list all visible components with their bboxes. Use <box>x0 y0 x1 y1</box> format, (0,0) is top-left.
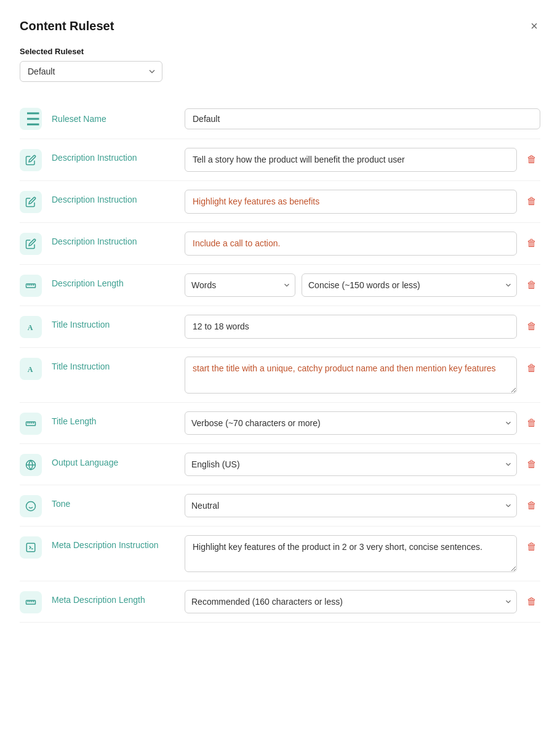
smile-icon <box>25 501 36 512</box>
letter-a-icon-wrap-1: A <box>20 316 42 338</box>
tone-content: Neutral Formal Casual Enthusiastic 🗑 <box>185 494 540 517</box>
content-ruleset-panel: Content Ruleset × Selected Ruleset Defau… <box>0 0 560 640</box>
output-language-content: English (US) English (UK) French German … <box>185 453 540 476</box>
ruleset-name-input[interactable] <box>185 108 540 129</box>
title-length-select[interactable]: Verbose (~70 characters or more) Standar… <box>185 411 517 435</box>
pencil-icon <box>25 238 36 249</box>
title-instruction-1-content: 🗑 <box>185 315 540 339</box>
meta-desc-instruction-delete[interactable]: 🗑 <box>523 539 540 555</box>
output-language-select[interactable]: English (US) English (UK) French German … <box>185 453 517 476</box>
svg-text:A: A <box>28 323 33 332</box>
title-instruction-1-label: Title Instruction <box>52 315 175 329</box>
ruler-icon-wrap-3 <box>20 591 42 613</box>
ruleset-select[interactable]: Default <box>20 61 162 82</box>
desc-instruction-1-row: Description Instruction 🗑 <box>20 139 540 181</box>
desc-instruction-1-delete[interactable]: 🗑 <box>523 151 540 168</box>
desc-instruction-3-delete[interactable]: 🗑 <box>523 235 540 251</box>
panel-header: Content Ruleset × <box>20 17 540 34</box>
desc-instruction-2-label: Description Instruction <box>52 190 175 204</box>
meta-icon <box>25 542 36 553</box>
meta-desc-length-delete[interactable]: 🗑 <box>523 594 540 610</box>
tone-label: Tone <box>52 494 175 509</box>
desc-length-delete[interactable]: 🗑 <box>523 277 540 293</box>
pencil-icon <box>25 155 36 166</box>
svg-text:A: A <box>28 365 33 374</box>
desc-instruction-1-input[interactable] <box>185 148 517 172</box>
title-instruction-2-content: start the title with a unique, catchy pr… <box>185 357 540 394</box>
title-instruction-1-delete[interactable]: 🗑 <box>523 318 540 334</box>
ruleset-name-row: Ruleset Name <box>20 99 540 139</box>
desc-length-selects: Words Characters Sentences Concise (~150… <box>185 273 517 297</box>
desc-instruction-3-input[interactable] <box>185 232 517 256</box>
output-language-label: Output Language <box>52 453 175 467</box>
meta-desc-instruction-input[interactable]: Highlight key features of the product in… <box>185 535 517 572</box>
letter-a-icon: A <box>25 363 36 374</box>
meta-desc-length-label: Meta Description Length <box>52 590 175 605</box>
title-length-delete[interactable]: 🗑 <box>523 415 540 431</box>
title-instruction-2-delete[interactable]: 🗑 <box>523 360 540 376</box>
desc-instruction-2-input[interactable] <box>185 190 517 214</box>
desc-instruction-2-content: 🗑 <box>185 190 540 214</box>
smile-icon-wrap <box>20 495 42 517</box>
list-icon-wrap <box>20 108 42 130</box>
pencil-icon <box>25 196 36 208</box>
output-language-delete[interactable]: 🗑 <box>523 456 540 472</box>
meta-desc-length-row: Meta Description Length Recommended (160… <box>20 581 540 623</box>
meta-desc-instruction-content: Highlight key features of the product in… <box>185 535 540 572</box>
ruleset-name-content <box>185 108 540 129</box>
desc-instruction-3-content: 🗑 <box>185 232 540 256</box>
title-length-row: Title Length Verbose (~70 characters or … <box>20 403 540 444</box>
title-instruction-2-row: A Title Instruction start the title with… <box>20 348 540 403</box>
globe-icon-wrap <box>20 454 42 476</box>
desc-instruction-2-row: Description Instruction 🗑 <box>20 181 540 223</box>
tone-delete[interactable]: 🗑 <box>523 498 540 514</box>
desc-instruction-2-delete[interactable]: 🗑 <box>523 193 540 209</box>
selected-ruleset-label: Selected Ruleset <box>20 47 540 56</box>
pencil-icon-wrap-2 <box>20 191 42 213</box>
svg-point-20 <box>26 502 36 511</box>
title-length-label: Title Length <box>52 411 175 426</box>
ruler-icon-wrap-1 <box>20 275 42 297</box>
desc-length-type-select[interactable]: Words Characters Sentences <box>185 273 295 297</box>
desc-instruction-3-row: Description Instruction 🗑 <box>20 223 540 265</box>
ruleset-name-label: Ruleset Name <box>52 114 175 124</box>
desc-length-value-select[interactable]: Concise (~150 words or less) Standard (~… <box>302 273 517 297</box>
meta-desc-length-select[interactable]: Recommended (160 characters or less) Sho… <box>185 590 517 613</box>
desc-instruction-1-label: Description Instruction <box>52 148 175 163</box>
desc-length-content: Words Characters Sentences Concise (~150… <box>185 273 540 297</box>
tone-row: Tone Neutral Formal Casual Enthusiastic … <box>20 485 540 527</box>
pencil-icon-wrap-1 <box>20 149 42 171</box>
letter-a-icon: A <box>25 321 36 333</box>
meta-desc-instruction-row: Meta Description Instruction Highlight k… <box>20 527 540 581</box>
letter-a-icon-wrap-2: A <box>20 358 42 380</box>
desc-length-label: Description Length <box>52 273 175 288</box>
title-instruction-1-input[interactable] <box>185 315 517 339</box>
desc-instruction-1-content: 🗑 <box>185 148 540 172</box>
ruler-icon <box>25 597 36 608</box>
tone-select[interactable]: Neutral Formal Casual Enthusiastic <box>185 494 517 517</box>
desc-instruction-3-label: Description Instruction <box>52 232 175 246</box>
title-instruction-1-row: A Title Instruction 🗑 <box>20 306 540 348</box>
desc-length-row: Description Length Words Characters Sent… <box>20 265 540 306</box>
globe-icon <box>25 459 36 470</box>
pencil-icon-wrap-3 <box>20 233 42 255</box>
selected-ruleset-section: Selected Ruleset Default <box>20 47 540 82</box>
ruler-icon <box>25 418 36 429</box>
meta-desc-instruction-label: Meta Description Instruction <box>52 535 175 550</box>
title-instruction-2-input[interactable]: start the title with a unique, catchy pr… <box>185 357 517 394</box>
meta-icon-wrap <box>20 536 42 559</box>
output-language-row: Output Language English (US) English (UK… <box>20 444 540 485</box>
title-length-content: Verbose (~70 characters or more) Standar… <box>185 411 540 435</box>
panel-title: Content Ruleset <box>20 19 114 33</box>
ruler-icon-wrap-2 <box>20 413 42 435</box>
ruler-icon <box>25 280 36 291</box>
list-icon <box>20 108 42 130</box>
title-instruction-2-label: Title Instruction <box>52 357 175 371</box>
meta-desc-length-content: Recommended (160 characters or less) Sho… <box>185 590 540 613</box>
close-button[interactable]: × <box>528 17 540 34</box>
